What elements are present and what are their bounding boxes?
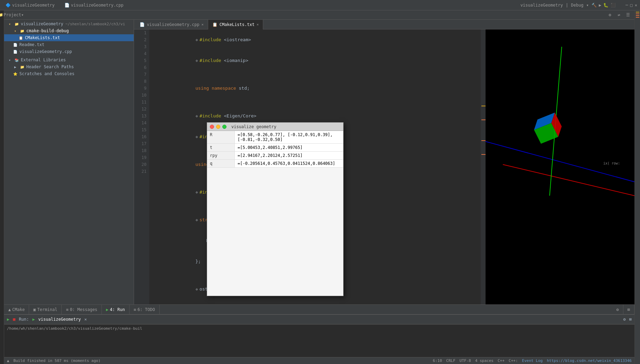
terminal-label: Terminal — [37, 307, 57, 312]
float-min-btn[interactable] — [216, 125, 220, 129]
expand-icon-cmake: ▾ — [12, 28, 18, 34]
tab-cpp[interactable]: 📄 visualizeGeometry.cpp ✕ — [135, 20, 208, 29]
encoding: UTF-8 — [460, 358, 471, 363]
run-play-icon[interactable]: ▶ — [7, 317, 9, 322]
root-label: visualizeGeometry — [21, 21, 63, 26]
run-label: Run: — [19, 317, 29, 322]
outer-layout: 📁 Project ▾ ⚙ ⇌ ☰ ▾ 📁 vi — [0, 10, 640, 364]
scroll-mark-4 — [481, 154, 486, 155]
float-val-t: =[5.00453,2.40851,2.99765] — [235, 144, 343, 151]
expand-icon-header: ▶ — [12, 64, 18, 70]
project-name: visualizeGeometry — [521, 3, 563, 8]
program-name: visualizeGeometry — [38, 317, 81, 322]
float-max-btn[interactable] — [222, 125, 226, 129]
settings-btn[interactable]: ⚙ — [606, 11, 614, 19]
run-stop-icon[interactable]: ■ — [13, 317, 15, 322]
sidebar-item-cmake-build[interactable]: ▾ 📁 cmake-build-debug — [4, 27, 134, 34]
ext-libs-label: External Libraries — [21, 57, 66, 62]
separator: | — [566, 3, 568, 8]
terminal-icon: ▣ — [33, 307, 36, 312]
settings-gear[interactable]: ⚙ — [612, 305, 623, 314]
tab-cmake[interactable]: 📋 CMakeLists.txt ✕ — [208, 20, 263, 29]
tab-cpp-icon: 📄 — [140, 22, 145, 27]
fold-m17: ◆ — [195, 286, 198, 292]
line-numbers: 12345 678910 1112131415 1617181920 21 — [134, 29, 149, 304]
file-icon-cmake: 📋 — [18, 35, 24, 41]
bottom-section: ▲ CMake ▣ Terminal ≡ 0: Messages ▶ 4: Ru… — [4, 304, 634, 357]
scroll-mark-1 — [481, 106, 486, 106]
float-body — [207, 168, 343, 296]
url-link[interactable]: https://blog.csdn.net/weixin_43613346 — [547, 358, 632, 363]
tab-cpp-close[interactable]: ✕ — [202, 23, 204, 26]
status-bar: ▲ Build finished in 507 ms (moments ago)… — [4, 357, 634, 364]
sidebar-item-cpp[interactable]: 📄 visualizeGeometry.cpp — [4, 48, 134, 55]
maximize-icon[interactable]: □ — [630, 3, 633, 8]
split-btn[interactable]: ⇌ — [615, 11, 623, 19]
title-tab-app[interactable]: 🔷 visualizeGeometry — [3, 2, 57, 8]
run-icon-green: ▶ — [32, 317, 35, 322]
gear-btn[interactable]: ☰ — [624, 11, 632, 19]
code-line-3 — [152, 71, 478, 78]
run-maximize[interactable]: ⊞ — [629, 317, 632, 322]
sidebar-item-cmakelists[interactable]: 📋 CMakeLists.txt — [4, 34, 134, 41]
chevron-down-icon[interactable]: ▾ — [586, 3, 589, 8]
stop-icon[interactable]: ⬛ — [611, 3, 616, 8]
expand-icon: ▾ — [7, 21, 12, 27]
sidebar-item-ext-libs[interactable]: ▾ 📚 External Libraries — [4, 56, 134, 63]
run-icon[interactable]: ▶ — [599, 3, 601, 8]
build-icon[interactable]: 🔨 — [592, 3, 597, 8]
project-label: Project — [4, 12, 21, 17]
close-icon[interactable]: ✕ — [635, 3, 637, 8]
messages-label: 0: Messages — [70, 307, 97, 312]
sidebar-item-header-paths[interactable]: ▶ 📁 Header Search Paths — [4, 63, 134, 70]
cmake-label: CMake — [12, 307, 25, 312]
scratches-label: Scratches and Consoles — [19, 71, 74, 76]
toolbar-icons: 🔨 ▶ 🐛 ⬛ — [592, 3, 616, 8]
scroll-indicator-1 — [636, 12, 639, 12]
debug-icon[interactable]: 🐛 — [603, 3, 608, 8]
run-close[interactable]: ✕ — [84, 317, 87, 322]
debug-mode: Debug — [571, 3, 584, 8]
expand-bottom[interactable]: ⊞ — [623, 305, 634, 314]
code-line-18: out.setf(ios::f — [152, 300, 478, 304]
indent: 4 spaces — [475, 358, 494, 363]
app-icon: 🔷 — [6, 3, 11, 8]
title-bar-left: 🔷 visualizeGeometry 📄 visualizeGeometry.… — [3, 2, 126, 8]
float-close-btn[interactable] — [210, 125, 214, 129]
editor-scrollbar[interactable] — [481, 29, 486, 304]
tab-messages[interactable]: ≡ 0: Messages — [62, 305, 102, 314]
sidebar-item-scratches[interactable]: ⭐ Scratches and Consoles — [4, 70, 134, 77]
left-strip — [0, 10, 4, 364]
event-log-link[interactable]: Event Log — [522, 358, 543, 363]
expand-icon-ext: ▾ — [7, 57, 12, 63]
scroll-indicator-2 — [636, 14, 639, 14]
float-key-t: t — [207, 144, 235, 151]
cmakelists-label: CMakeLists.txt — [25, 35, 60, 40]
folder-icon: 📁 — [0, 12, 3, 17]
cmake-build-label: cmake-build-debug — [26, 28, 69, 33]
viz-canvas: ix( row: — [486, 29, 634, 304]
minimize-icon[interactable]: ─ — [625, 3, 628, 8]
tab-todo[interactable]: ≡ 6: TODO — [130, 305, 160, 314]
tab-cmake-close[interactable]: ✕ — [257, 23, 259, 26]
file-icon-readme: 📄 — [12, 42, 18, 47]
tab-cmake-bottom[interactable]: ▲ CMake — [4, 305, 29, 314]
editor-code-area: 12345 678910 1112131415 1617181920 21 ◆#… — [134, 29, 634, 304]
tab-run[interactable]: ▶ 4: Run — [102, 305, 130, 314]
float-row-rpy: rpy =[2.94167,2.20124,2.57251] — [207, 152, 343, 160]
sidebar-item-readme[interactable]: 📄 Readme.txt — [4, 41, 134, 48]
viz-panel: ix( row: — [486, 29, 634, 304]
fold-marker: ◆ — [195, 37, 198, 42]
title-tab-file[interactable]: 📄 visualizeGeometry.cpp — [62, 2, 126, 8]
float-row-q: q =[-0.205614,0.45763,0.0411524,0.864063… — [207, 160, 343, 168]
todo-icon: ≡ — [134, 307, 136, 312]
float-row-t: t =[5.00453,2.40851,2.99765] — [207, 144, 343, 152]
scroll-indicator-3 — [636, 15, 639, 16]
run-settings[interactable]: ⚙ — [623, 317, 626, 322]
sidebar-item-root[interactable]: ▾ 📁 visualizeGeometry ~/shenlan/slambook… — [4, 20, 134, 27]
title-bar: 🔷 visualizeGeometry 📄 visualizeGeometry.… — [0, 0, 640, 10]
project-dropdown[interactable]: 📁 Project ▾ — [7, 11, 15, 19]
tab-terminal[interactable]: ▣ Terminal — [29, 305, 62, 314]
svg-text:ix( row:: ix( row: — [603, 161, 620, 165]
app-title: visualizeGeometry — [12, 3, 55, 8]
